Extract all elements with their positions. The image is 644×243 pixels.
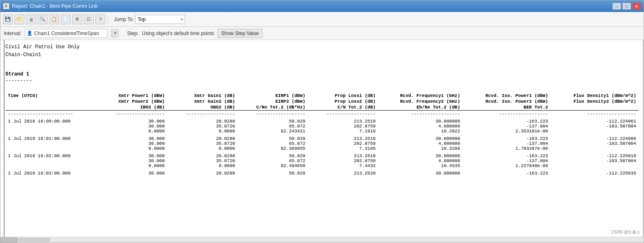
settings-button[interactable]: ⚙: [72, 14, 82, 24]
show-step-button[interactable]: Show Step Value: [218, 29, 263, 38]
strand-title: Strand 1: [5, 71, 639, 77]
export-button[interactable]: 📄: [61, 14, 71, 24]
cell-value: -137.004: [463, 124, 551, 129]
cell-value: 30.000000: [378, 116, 463, 124]
cell-value: 202.8759: [308, 158, 378, 163]
cell-value: 30.000000: [378, 168, 463, 176]
cell-value: 20.0288: [167, 134, 237, 141]
title-bar: R Report: Chain1 - Bent Pipe Comm Link –…: [0, 0, 644, 12]
table-row: 30.00035.872065.872202.87594.000000-137.…: [5, 158, 639, 163]
cell-value: 30.000: [97, 168, 167, 176]
horizontal-scrollbar[interactable]: [0, 237, 644, 243]
toolbar-separator: [108, 15, 108, 24]
cell-value: 7.1919: [308, 129, 378, 134]
cell-value: 65.872: [237, 141, 308, 146]
cell-time: 1 Jul 2016 16:03:00.000: [5, 168, 97, 176]
cell-value: -103.507004: [551, 124, 639, 129]
interval-bar: Interval: 👤 Chain1 ConsideredTimeSpan ▼ …: [0, 27, 644, 40]
save-button[interactable]: 💾: [3, 14, 13, 24]
header-divider-row: ------------------------ ---------------…: [5, 111, 639, 117]
cell-value: -112.225010: [551, 151, 639, 158]
cell-value: 65.872: [237, 158, 308, 163]
cell-value: 213.2519: [308, 116, 378, 124]
col-header-eirp-2: EIRP2 (dBW): [237, 99, 308, 104]
open-button[interactable]: 📁: [14, 14, 24, 24]
cell-value: 0.0000: [97, 129, 167, 134]
cell-value: -137.004: [463, 141, 551, 146]
cell-value: 7.3185: [308, 146, 378, 151]
zoom-button[interactable]: 🔍: [38, 14, 47, 24]
cell-value: 30.000000: [378, 134, 463, 141]
cell-time: [5, 129, 97, 134]
cell-time: [5, 124, 97, 129]
cell-value: -163.223: [463, 116, 551, 124]
col-header-time-2: [5, 99, 97, 104]
cell-value: 1.227648e-06: [463, 163, 551, 168]
watermark: CSDN @红薯心: [611, 229, 640, 235]
cell-time: [5, 146, 97, 151]
table-row: 30.00035.872065.872202.87594.000000-137.…: [5, 124, 639, 129]
cell-value: 82.369955: [237, 146, 308, 151]
table-row: 30.00035.872065.872202.87594.000000-137.…: [5, 141, 639, 146]
table-row: 1 Jul 2016 16:02:00.00030.00020.028850.0…: [5, 151, 639, 158]
col-header-obo: OBO2 (dB): [167, 104, 237, 111]
cell-value: 30.000: [97, 116, 167, 124]
cell-value: -163.223: [463, 168, 551, 176]
title-bar-left: R Report: Chain1 - Bent Pipe Comm Link: [3, 3, 97, 9]
cell-value: -137.004: [463, 158, 551, 163]
cell-time: [5, 158, 97, 163]
interval-input[interactable]: 👤 Chain1 ConsideredTimeSpan: [25, 29, 107, 38]
cell-time: 1 Jul 2016 16:00:00.000: [5, 116, 97, 124]
col-header-ber: BER Tot.2: [463, 104, 551, 111]
col-header-gain-1: Xmtr Gain1 (dB): [167, 93, 237, 99]
cell-value: 82.243421: [237, 129, 308, 134]
cell-value: 30.000000: [378, 151, 463, 158]
col-header-proploss-2: Prop Loss2 (dB): [308, 99, 378, 104]
cell-value: 4.000000: [378, 124, 463, 129]
cell-time: [5, 141, 97, 146]
copy-button[interactable]: 📋: [49, 14, 59, 24]
table-row: 0.00000.000082.2434217.191910.20222.3531…: [5, 129, 639, 134]
data-table: Time (UTCG) Xmtr Power1 (dBW) Xmtr Gain1…: [5, 93, 639, 176]
header-row-1: Time (UTCG) Xmtr Power1 (dBW) Xmtr Gain1…: [5, 93, 639, 99]
col-header-power-1: Xmtr Power1 (dBW): [97, 93, 167, 99]
cell-value: 35.8720: [167, 158, 237, 163]
cell-value: 30.000: [97, 141, 167, 146]
interval-value: Chain1 ConsideredTimeSpan: [34, 31, 99, 36]
report-header: Civil Air Patrol Use Only Chain-Chain1: [5, 43, 639, 59]
col-header-flux-3: [551, 104, 639, 111]
close-button[interactable]: ✕: [632, 2, 641, 10]
cell-value: -103.507004: [551, 141, 639, 146]
cell-value: 20.0288: [167, 151, 237, 158]
col-header-cntot: C/N Tot.2 (dB): [308, 104, 378, 111]
help-button[interactable]: ?: [95, 14, 105, 24]
cell-value: 20.0288: [167, 168, 237, 176]
grid-button[interactable]: ☷: [84, 14, 94, 24]
col-header-proploss-1: Prop Loss1 (dB): [308, 93, 378, 99]
cell-value: 0.0000: [97, 146, 167, 151]
cell-value: 0.0000: [97, 163, 167, 168]
jump-to-select[interactable]: Top Bottom: [135, 15, 185, 24]
cell-value: 213.2520: [308, 168, 378, 176]
cell-value: 82.494650: [237, 163, 308, 168]
cell-value: 30.000: [97, 124, 167, 129]
col-header-ebno: Eb/No Tot.2 (dB): [378, 104, 463, 111]
cell-value: 2.353101e-06: [463, 129, 551, 134]
cell-value: 35.8720: [167, 141, 237, 146]
cell-value: 10.3288: [378, 146, 463, 151]
main-window: R Report: Chain1 - Bent Pipe Comm Link –…: [0, 0, 644, 243]
cell-value: 10.2022: [378, 129, 463, 134]
window-controls: – □ ✕: [612, 2, 641, 10]
col-header-freq-1: Rcvd. Frequency1 (GHz): [378, 93, 463, 99]
table-body: 1 Jul 2016 16:00:00.00030.00020.028850.0…: [5, 116, 639, 176]
minimize-button[interactable]: –: [612, 2, 621, 10]
print-button[interactable]: 🖨: [26, 14, 36, 24]
interval-dropdown[interactable]: ▼: [111, 29, 119, 38]
restore-button[interactable]: □: [622, 2, 631, 10]
cell-value: 1.703287e-06: [463, 146, 551, 151]
cell-value: 213.2519: [308, 134, 378, 141]
header-row-2: Xmtr Power2 (dBW) Xmtr Gain2 (dB) EIRP2 …: [5, 99, 639, 104]
col-header-cnodbtot: C/No Tot.2 (dB*Hz): [237, 104, 308, 111]
cell-value: 10.4535: [378, 163, 463, 168]
table-row: 0.00000.000082.3699557.318510.32881.7032…: [5, 146, 639, 151]
